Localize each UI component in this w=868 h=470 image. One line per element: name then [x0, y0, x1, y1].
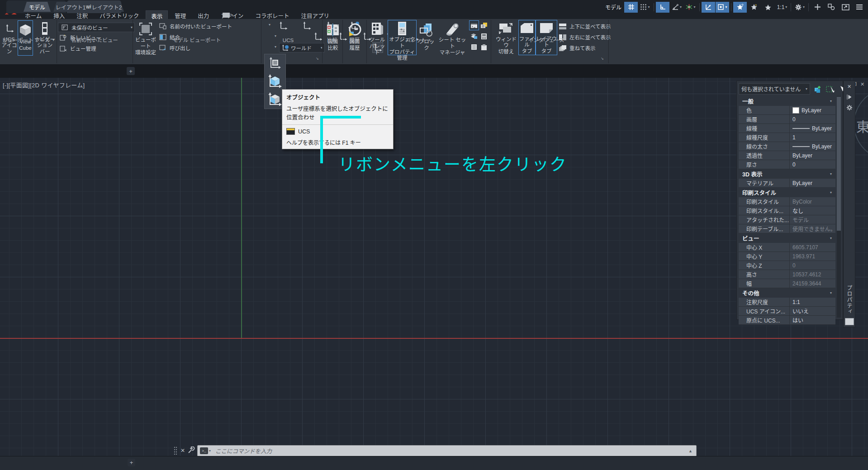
- panel-section-header[interactable]: その他▾: [739, 288, 835, 298]
- property-row[interactable]: 透過性ByLayer: [739, 151, 835, 160]
- ucs-row-caret-icon[interactable]: ▾: [269, 23, 270, 27]
- property-row[interactable]: UCS アイコン...いいえ: [739, 307, 835, 316]
- section-label-model-viewports[interactable]: モデル ビューポート: [133, 36, 261, 44]
- panel-autohide-pin-icon[interactable]: [845, 93, 853, 101]
- property-row[interactable]: 線種尺度1: [739, 133, 835, 142]
- flyout-item-ucs-face[interactable]: [265, 72, 285, 90]
- panel-settings-icon[interactable]: [845, 104, 853, 111]
- properties-tab-label[interactable]: プロパティ: [845, 285, 853, 314]
- command-history-up-icon[interactable]: ▲: [688, 449, 693, 453]
- new-layout-button[interactable]: +: [128, 459, 135, 466]
- panel-section-header[interactable]: 印刷スタイル▾: [739, 188, 835, 197]
- count-palette-icon[interactable]: [479, 21, 489, 30]
- property-row[interactable]: 印刷スタイルByColor: [739, 197, 835, 206]
- display-icon[interactable]: [845, 318, 854, 325]
- command-line-bar[interactable]: >_ ▾ ここにコマンドを入力 ▲: [197, 445, 697, 456]
- command-caret-icon[interactable]: ▾: [209, 449, 211, 453]
- layout-tab-layout2[interactable]: レイアウト2: [90, 2, 124, 12]
- command-close-icon[interactable]: ✕: [180, 447, 185, 454]
- pickadd-toggle-icon[interactable]: [813, 84, 823, 94]
- command-input-placeholder[interactable]: ここにコマンドを入力: [215, 446, 272, 455]
- cascade-button[interactable]: 重ねて表示: [558, 43, 596, 52]
- grid-toggle-icon[interactable]: [624, 2, 638, 13]
- model-space-indicator[interactable]: モデル: [605, 3, 621, 11]
- tab-view[interactable]: 表示: [146, 10, 168, 19]
- property-row[interactable]: 注釈尺度1:1: [739, 298, 835, 307]
- close-window-icon[interactable]: ✕: [860, 81, 864, 87]
- property-row[interactable]: アタッチされた...モデル: [739, 215, 835, 224]
- annotation-visibility-icon[interactable]: [733, 2, 747, 13]
- command-prompt-icon[interactable]: >_: [200, 447, 208, 454]
- layout-tab-model[interactable]: モデル: [24, 2, 51, 12]
- customization-menu-icon[interactable]: [853, 2, 866, 13]
- property-row[interactable]: 線種ByLayer: [739, 124, 835, 133]
- command-line-palette-icon[interactable]: [470, 21, 479, 30]
- annotation-monitor-plus-icon[interactable]: [811, 2, 824, 13]
- snap-mode-icon[interactable]: ▾: [638, 2, 652, 13]
- property-row[interactable]: 色ByLayer: [739, 106, 835, 115]
- flyout-item-ucs-origin[interactable]: [265, 54, 285, 72]
- property-row[interactable]: 原点に UCS...はい: [739, 316, 835, 325]
- polar-tracking-icon[interactable]: ▾: [670, 2, 683, 13]
- ucs-z-axis-vector-icon[interactable]: [302, 21, 312, 31]
- isolate-objects-icon[interactable]: [825, 2, 838, 13]
- property-row[interactable]: 高さ10537.4612: [739, 270, 835, 279]
- named-viewports-button[interactable]: 名前の付いたビューポート: [158, 22, 232, 31]
- sheet-list-icon[interactable]: [470, 43, 479, 52]
- annotation-scale-icon[interactable]: [761, 2, 775, 13]
- view-combo[interactable]: 未保存のビュー▾: [58, 23, 135, 32]
- tab-manage[interactable]: 管理: [170, 10, 191, 19]
- property-row[interactable]: 中心 Y1963.971: [739, 252, 835, 261]
- section-label-named-views[interactable]: 名前の付いたビュー: [57, 36, 133, 44]
- property-row[interactable]: 印刷スタイル...なし: [739, 206, 835, 215]
- workspace-gear-icon[interactable]: ▾: [793, 2, 806, 13]
- ucs-object-caret-icon[interactable]: ▾: [275, 45, 276, 49]
- ucs-world-combo[interactable]: ワールド▾: [279, 43, 325, 52]
- section-label-ucs[interactable]: UCS: [261, 36, 315, 44]
- layer-walk-icon[interactable]: [470, 32, 479, 41]
- ucs-named-icon[interactable]: [278, 21, 288, 31]
- property-row[interactable]: 画層0: [739, 115, 835, 124]
- object-snap-tracking-icon[interactable]: [702, 2, 715, 13]
- properties-scrollbar-thumb[interactable]: [837, 97, 841, 231]
- view-manager-button[interactable]: ビュー管理: [59, 44, 96, 53]
- tab-output[interactable]: 出力: [193, 10, 214, 19]
- interface-dialog-launcher-icon[interactable]: ↘: [601, 57, 604, 61]
- annotation-scale-value[interactable]: 1:1▾: [775, 2, 789, 13]
- property-row[interactable]: 印刷テーブル...使用できません。: [739, 224, 835, 233]
- panel-section-header[interactable]: ビュー▾: [739, 233, 835, 243]
- tab-collaborate[interactable]: コラボレート: [250, 10, 294, 19]
- ribbon-display-toggle[interactable]: ▾: [223, 12, 238, 19]
- object-snap-icon[interactable]: ▾: [716, 2, 729, 13]
- selection-combo[interactable]: 何も選択されていません▾: [739, 83, 810, 95]
- clean-screen-icon[interactable]: [839, 2, 852, 13]
- panel-section-header[interactable]: 3D 表示▾: [739, 169, 835, 179]
- command-wrench-icon[interactable]: [188, 446, 195, 455]
- select-objects-icon[interactable]: [825, 84, 835, 94]
- tab-featured-apps[interactable]: 注目アプリ: [296, 10, 334, 19]
- property-row[interactable]: 中心 X6605.7107: [739, 243, 835, 252]
- viewport-controls-label[interactable]: [-][平面図][2D ワイヤフレーム]: [3, 81, 85, 89]
- property-row[interactable]: マテリアルByLayer: [739, 179, 835, 188]
- panel-close-icon[interactable]: ✕: [845, 83, 853, 90]
- ucs-dialog-launcher-icon[interactable]: ↘: [316, 57, 319, 61]
- panel-section-header[interactable]: 一般▾: [739, 96, 835, 106]
- property-row[interactable]: 線の太さByLayer: [739, 142, 835, 151]
- annotation-autoscale-icon[interactable]: [747, 2, 761, 13]
- section-label-compare[interactable]: 比較: [322, 36, 342, 44]
- restore-viewport-button[interactable]: 呼び出し: [158, 43, 190, 52]
- section-label-viewport-tools[interactable]: ビューポート ツール▾: [0, 36, 57, 44]
- layout-tab-layout1[interactable]: レイアウト1: [53, 2, 88, 12]
- new-drawing-tab-button[interactable]: +: [127, 67, 135, 75]
- command-line-grip[interactable]: ✕: [174, 446, 195, 455]
- property-row[interactable]: 幅24159.3644: [739, 279, 835, 288]
- isodraft-icon[interactable]: ▾: [684, 2, 697, 13]
- property-row[interactable]: 中心 Z0: [739, 261, 835, 270]
- clipboard-icon[interactable]: [479, 43, 489, 52]
- viewcube-east-label[interactable]: 東: [856, 116, 868, 136]
- property-row[interactable]: 厚さ0: [739, 160, 835, 169]
- section-label-interface[interactable]: インタフェース: [491, 36, 602, 44]
- ortho-mode-icon[interactable]: [656, 2, 669, 13]
- tile-horizontally-button[interactable]: 上下に並べて表示: [558, 22, 611, 31]
- quick-calc-icon[interactable]: [479, 32, 489, 41]
